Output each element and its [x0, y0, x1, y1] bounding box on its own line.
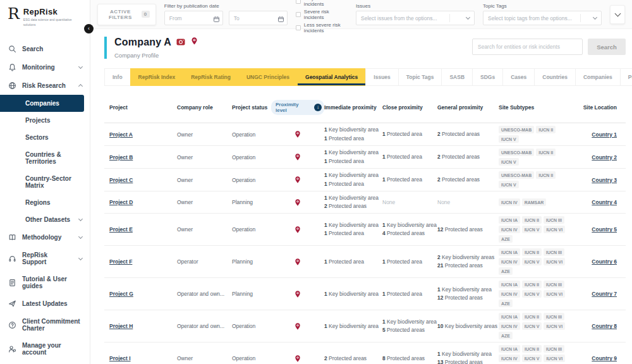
tab-geospatial-analytics[interactable]: Geospatial Analytics — [297, 68, 366, 86]
site-location-link[interactable]: Country 5 — [592, 226, 617, 233]
page-title: Company A — [114, 37, 171, 48]
proximity-level-sort-button[interactable]: Proximity level ↓ — [271, 100, 324, 115]
tab-sdgs[interactable]: SDGs — [472, 68, 503, 86]
sidebar-collapse-button[interactable]: ‹ — [84, 24, 94, 33]
general-proximity-cell: 12 Protected areas — [437, 226, 499, 234]
sidebar-item-reprisk-support[interactable]: RepRisk Support — [0, 246, 90, 270]
site-location-link[interactable]: Country 3 — [592, 177, 617, 183]
sidebar-item-projects[interactable]: Projects — [0, 112, 90, 129]
site-subtype-chip: IUCN II — [536, 126, 556, 133]
site-location-link[interactable]: Country 1 — [592, 131, 617, 138]
sidebar-item-client-commitment-charter[interactable]: Client Commitment Charter — [0, 313, 90, 337]
search-input[interactable] — [472, 39, 583, 55]
project-link[interactable]: Project D — [109, 199, 133, 205]
sidebar-item-monitoring[interactable]: Monitoring — [0, 58, 90, 76]
immediate-proximity-cell: 1 Key biodiversity area — [324, 322, 382, 331]
project-link[interactable]: Project E — [109, 226, 133, 233]
question-icon — [8, 321, 16, 329]
site-subtype-chip: IUCN V — [499, 135, 519, 143]
sidebar-item-logout[interactable]: Logout — [0, 361, 90, 364]
col-site-location: Site Location — [581, 104, 626, 111]
search-button[interactable]: Search — [588, 39, 626, 55]
site-location-link[interactable]: Country 8 — [592, 323, 617, 329]
col-project-status: Project status — [232, 104, 271, 111]
company-role-cell: Owner — [177, 355, 232, 361]
active-filters-button[interactable]: ACTIVE FILTERS 0 — [97, 4, 156, 25]
site-subtype-chip: IUCN V — [522, 355, 542, 362]
company-role-cell: Operator and own... — [177, 291, 232, 297]
tab-companies[interactable]: Companies — [575, 68, 621, 86]
location-pin-icon[interactable] — [190, 37, 198, 48]
tab-sasb[interactable]: SASB — [441, 68, 473, 86]
site-subtypes-cell: IUCN IAIUCN IIIUCN IIIIUCN IVIUCN VIUCN … — [499, 281, 581, 307]
sidebar-item-companies[interactable]: Companies — [0, 95, 84, 112]
logo-monogram: R — [8, 6, 20, 21]
project-link[interactable]: Project H — [109, 323, 133, 329]
general-proximity-cell: 1 Key biodiversity area12 Protected area… — [437, 286, 499, 302]
severity-checkbox-1[interactable]: Very severe risk incidents — [296, 0, 348, 7]
site-subtype-chip: IUCN VI — [544, 290, 565, 298]
issues-select[interactable]: Select issues from the options... — [356, 11, 475, 25]
tab-topic-tags[interactable]: Topic Tags — [398, 68, 442, 86]
bell-icon — [8, 63, 16, 71]
expand-filters-button[interactable] — [610, 5, 625, 24]
sidebar-item-tutorial-user-guides[interactable]: Tutorial & User guides — [0, 270, 90, 294]
immediate-proximity-cell: 1 Key biodiversity area1 Protected area — [324, 126, 382, 142]
site-subtype-chip: UNESCO-MAB — [499, 126, 534, 133]
table-row: Project COwnerOperation1 Key biodiversit… — [104, 169, 626, 191]
chevron-down-icon — [614, 11, 621, 17]
sidebar-item-sectors[interactable]: Sectors — [0, 129, 90, 146]
site-location-link[interactable]: Country 9 — [592, 355, 617, 361]
sidebar-item-manage-your-account[interactable]: Manage your account — [0, 337, 90, 361]
tab-countries[interactable]: Countries — [534, 68, 576, 86]
sidebar-item-latest-updates[interactable]: Latest Updates — [0, 294, 90, 313]
sidebar-item-methodology[interactable]: Methodology — [0, 228, 90, 246]
project-status-cell: Planning — [232, 291, 271, 297]
project-link[interactable]: Project G — [109, 291, 133, 297]
project-status-cell: Operation — [232, 355, 271, 361]
site-location-link[interactable]: Country 6 — [592, 258, 617, 265]
tab-info[interactable]: Info — [104, 68, 131, 86]
company-role-cell: Operator — [177, 258, 232, 265]
site-location-link[interactable]: Country 7 — [592, 291, 617, 297]
tab-reprisk-rating[interactable]: RepRisk Rating — [183, 68, 239, 86]
site-subtype-chip: IUCN III — [544, 248, 564, 256]
site-location-link[interactable]: Country 4 — [592, 199, 617, 205]
project-link[interactable]: Project C — [109, 177, 133, 183]
site-location-link[interactable]: Country 2 — [592, 154, 617, 161]
severity-filter-group: Very severe risk incidentsSevere risk in… — [296, 0, 348, 33]
tab-issues[interactable]: Issues — [365, 68, 398, 86]
close-proximity-cell: 1 Protected area — [382, 130, 437, 138]
checkbox-icon[interactable] — [296, 0, 301, 4]
site-subtype-chip: AZE — [499, 300, 513, 307]
sidebar-item-regions[interactable]: Regions — [0, 194, 90, 211]
immediate-proximity-cell: 1 Key biodiversity area1 Protected area — [324, 221, 382, 238]
sidebar-item-risk-research[interactable]: Risk Research — [0, 76, 90, 95]
immediate-proximity-cell: 1 Key biodiversity area1 Protected area — [324, 149, 382, 165]
sidebar-item-other-datasets[interactable]: Other Datasets — [0, 211, 90, 228]
severity-checkbox-2[interactable]: Severe risk incidents — [296, 9, 348, 20]
close-proximity-cell: 8 Protected areas — [382, 355, 437, 363]
sidebar-item-country-sector-matrix[interactable]: Country-Sector Matrix — [0, 170, 90, 194]
close-proximity-cell: 1 Protected area — [382, 290, 437, 298]
project-link[interactable]: Project B — [109, 154, 133, 161]
media-icon[interactable] — [176, 37, 185, 48]
tab-cases[interactable]: Cases — [502, 68, 535, 86]
tab-reprisk-index[interactable]: RepRisk Index — [130, 68, 184, 86]
project-link[interactable]: Project A — [109, 131, 133, 138]
sidebar-item-search[interactable]: Search — [0, 40, 90, 58]
project-link[interactable]: Project I — [109, 355, 131, 361]
site-subtype-chip: IUCN II — [522, 313, 542, 320]
brand-name: RepRisk — [23, 7, 83, 16]
immediate-proximity-cell: 1 Key biodiversity area1 Protected area — [324, 171, 382, 188]
general-proximity-cell: 10 Key biodiversity areas — [437, 322, 499, 331]
tab-projects[interactable]: Projects — [620, 68, 632, 86]
site-subtypes-cell: UNESCO-MABIUCN IIIUCN V — [499, 149, 581, 166]
tab-ungc-principles[interactable]: UNGC Principles — [238, 68, 298, 86]
checkbox-icon[interactable] — [296, 12, 301, 17]
sidebar-item-countries-territories[interactable]: Countries & Territories — [0, 146, 90, 170]
sidebar: R RepRisk ESG data science and quantitat… — [0, 0, 90, 364]
topic-tags-select[interactable]: Select topic tags from the options... — [483, 11, 602, 25]
project-link[interactable]: Project F — [109, 258, 132, 265]
site-subtype-chip: IUCN V — [522, 226, 542, 233]
